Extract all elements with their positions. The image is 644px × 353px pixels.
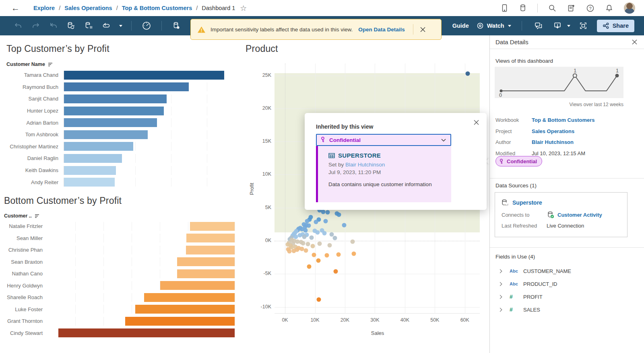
undo-icon[interactable] — [12, 20, 24, 32]
scatter-mark[interactable] — [337, 212, 341, 217]
metadata-value[interactable]: Blair Hutchinson — [532, 139, 574, 145]
guide-button[interactable]: Guide — [452, 23, 469, 29]
banner-close-icon[interactable] — [420, 27, 426, 33]
chevron-right-icon[interactable] — [498, 295, 502, 299]
scatter-mark[interactable] — [318, 242, 322, 246]
bar-mark[interactable] — [58, 328, 235, 337]
scatter-mark[interactable] — [316, 258, 320, 263]
bar-mark[interactable] — [64, 142, 133, 151]
bar-mark[interactable] — [64, 166, 116, 175]
bar-mark[interactable] — [64, 107, 164, 115]
sensitivity-label-dropdown[interactable]: Confidential — [316, 134, 451, 146]
scatter-mark[interactable] — [303, 228, 308, 232]
field-row[interactable]: AbcCUSTOMER_NAME — [495, 265, 636, 277]
bar-mark[interactable] — [177, 269, 235, 278]
redo-icon[interactable] — [30, 20, 42, 32]
metrics-gauge-icon[interactable] — [140, 20, 153, 32]
datasource-name-link[interactable]: Superstore — [512, 199, 542, 206]
favorite-star-icon[interactable]: ☆ — [240, 4, 247, 13]
bar-mark[interactable] — [186, 234, 235, 242]
panel-close-icon[interactable] — [632, 39, 638, 45]
breadcrumb-workbook[interactable]: Top & Bottom Customers — [122, 5, 192, 11]
data-source-icon[interactable] — [519, 4, 527, 12]
scatter-mark[interactable] — [297, 233, 302, 238]
download-icon[interactable] — [552, 20, 564, 32]
device-layout-icon[interactable] — [500, 4, 508, 12]
watch-button[interactable]: Watch — [476, 23, 511, 29]
bar-mark[interactable] — [64, 71, 224, 80]
pause-updates-icon[interactable] — [83, 20, 95, 32]
share-button[interactable]: Share — [597, 20, 634, 32]
bar-mark[interactable] — [144, 293, 235, 302]
refresh-data-icon[interactable] — [65, 20, 77, 32]
set-by-person-link[interactable]: Blair Hutchinson — [345, 162, 385, 168]
scatter-mark[interactable] — [336, 252, 341, 257]
bar-mark[interactable] — [64, 178, 115, 187]
help-icon[interactable]: ? — [586, 4, 594, 12]
bar-mark[interactable] — [160, 281, 235, 290]
sort-descending-icon[interactable] — [34, 213, 40, 218]
scatter-mark[interactable] — [301, 241, 305, 245]
bar-mark[interactable] — [64, 130, 148, 139]
scatter-mark[interactable] — [304, 248, 308, 252]
bar-mark[interactable] — [190, 222, 235, 231]
scatter-mark[interactable] — [310, 235, 314, 240]
run-update-icon[interactable] — [101, 20, 113, 32]
scatter-mark[interactable] — [333, 269, 338, 273]
metadata-value[interactable]: Top & Bottom Customers — [532, 117, 594, 123]
bar-mark[interactable] — [186, 246, 235, 254]
back-icon[interactable]: ← — [11, 3, 20, 13]
scatter-mark[interactable] — [332, 236, 337, 240]
scatter-mark[interactable] — [322, 231, 326, 236]
search-icon[interactable] — [548, 4, 557, 12]
scatter-mark[interactable] — [307, 265, 312, 269]
bar-mark[interactable] — [64, 94, 167, 103]
dialog-close-icon[interactable] — [473, 119, 479, 125]
open-data-details-link[interactable]: Open Data Details — [358, 27, 405, 33]
bar-mark[interactable] — [135, 305, 235, 314]
bar-mark[interactable] — [64, 118, 157, 127]
scatter-mark[interactable] — [287, 249, 292, 254]
chevron-right-icon[interactable] — [498, 308, 502, 312]
revert-icon[interactable] — [47, 20, 60, 32]
data-details-toolbar-icon[interactable] — [171, 20, 183, 32]
scatter-mark[interactable] — [324, 219, 328, 224]
scatter-mark[interactable] — [316, 230, 320, 234]
bar-mark[interactable] — [177, 257, 235, 266]
scatter-mark[interactable] — [321, 209, 326, 214]
comments-icon[interactable] — [533, 20, 545, 32]
scatter-mark[interactable] — [311, 244, 315, 248]
scatter-mark[interactable] — [324, 253, 329, 258]
bar-mark[interactable] — [125, 317, 235, 326]
scatter-mark[interactable] — [302, 235, 307, 239]
run-update-caret-icon[interactable] — [119, 25, 122, 27]
whats-new-icon[interactable] — [567, 4, 576, 12]
bar-mark[interactable] — [64, 82, 189, 91]
field-row[interactable]: #SALES — [495, 303, 636, 316]
scatter-mark[interactable] — [312, 252, 316, 257]
breadcrumb-project[interactable]: Sales Operations — [64, 5, 112, 11]
breadcrumb-explore[interactable]: Explore — [33, 5, 55, 11]
sort-descending-icon[interactable] — [47, 62, 53, 67]
scatter-mark[interactable] — [306, 242, 310, 246]
scatter-mark[interactable] — [342, 223, 347, 228]
scatter-mark[interactable] — [314, 220, 318, 224]
scatter-mark[interactable] — [292, 248, 296, 253]
metadata-value[interactable]: Sales Operations — [532, 128, 574, 134]
notifications-bell-icon[interactable] — [605, 4, 613, 12]
scatter-mark[interactable] — [351, 252, 356, 256]
field-row[interactable]: #PROFIT — [495, 290, 636, 303]
field-row[interactable]: AbcPRODUCT_ID — [495, 277, 636, 290]
chevron-right-icon[interactable] — [498, 282, 502, 286]
confidential-badge[interactable]: Confidential — [495, 156, 542, 166]
user-avatar[interactable] — [624, 2, 635, 14]
bar-mark[interactable] — [64, 154, 122, 163]
scatter-mark[interactable] — [351, 240, 355, 244]
scatter-mark[interactable] — [317, 298, 321, 302]
chevron-right-icon[interactable] — [498, 269, 502, 273]
scatter-mark[interactable] — [325, 210, 330, 215]
connects-to-link[interactable]: Customer Activity — [557, 212, 602, 218]
download-caret-icon[interactable] — [567, 25, 570, 27]
scatter-mark[interactable] — [327, 243, 332, 247]
scatter-mark[interactable] — [466, 71, 470, 76]
